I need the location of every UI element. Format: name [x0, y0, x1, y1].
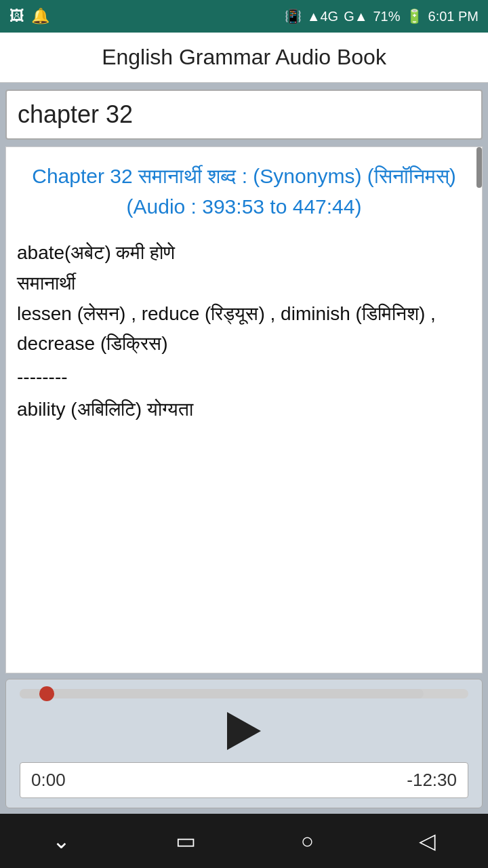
- entry-1-sub-text: समानार्थी: [17, 273, 75, 294]
- entry-1-text: abate(अबेट) कमी होणे: [17, 242, 175, 263]
- search-input[interactable]: [18, 100, 470, 129]
- entry-2: ability (अबिलिटि) योग्यता: [17, 395, 471, 425]
- vibrate-icon: 📳: [285, 8, 302, 24]
- time-bar: 0:00 -12:30: [20, 762, 468, 798]
- progress-bar-fill: [20, 689, 424, 698]
- current-time: 0:00: [31, 770, 66, 791]
- synonyms-1-text: lessen (लेसन) , reduce (रिड्यूस) , dimin…: [17, 303, 436, 355]
- notification-icon: 🔔: [31, 7, 49, 25]
- separator: --------: [17, 366, 471, 388]
- image-icon: 🖼: [9, 7, 24, 25]
- nav-chevron-down[interactable]: ⌄: [52, 828, 70, 854]
- audio-player: 0:00 -12:30: [5, 679, 483, 808]
- gsm-icon: G▲: [344, 9, 367, 24]
- signal-icon: ▲4G: [307, 9, 338, 24]
- app-bar: English Grammar Audio Book: [0, 33, 488, 83]
- entry-1-sub: समानार्थी: [17, 269, 471, 299]
- clock: 6:01 PM: [428, 9, 479, 24]
- chapter-heading: Chapter 32 समानार्थी शब्द : (Synonyms) (…: [17, 161, 471, 222]
- scrollbar[interactable]: [476, 147, 482, 188]
- progress-knob[interactable]: [39, 686, 54, 701]
- nav-home-button[interactable]: ○: [301, 829, 314, 854]
- status-left-icons: 🖼 🔔: [9, 7, 49, 25]
- progress-bar-container[interactable]: [20, 689, 468, 698]
- synonyms-1: lessen (लेसन) , reduce (रिड्यूस) , dimin…: [17, 299, 471, 360]
- play-button[interactable]: [227, 712, 261, 750]
- status-bar: 🖼 🔔 📳 ▲4G G▲ 71% 🔋 6:01 PM: [0, 0, 488, 33]
- content-area: Chapter 32 समानार्थी शब्द : (Synonyms) (…: [5, 146, 483, 673]
- bottom-nav: ⌄ ▭ ○ ◁: [0, 814, 488, 868]
- status-right-info: 📳 ▲4G G▲ 71% 🔋 6:01 PM: [285, 8, 479, 24]
- player-controls: [20, 709, 468, 753]
- app-title: English Grammar Audio Book: [102, 45, 386, 69]
- entry-2-text: ability (अबिलिटि) योग्यता: [17, 399, 193, 420]
- battery-level: 71%: [373, 9, 400, 24]
- nav-back-button[interactable]: ◁: [419, 828, 436, 854]
- nav-recents-button[interactable]: ▭: [176, 828, 196, 854]
- remaining-time: -12:30: [407, 770, 457, 791]
- entry-1: abate(अबेट) कमी होणे: [17, 238, 471, 269]
- battery-icon: 🔋: [406, 8, 423, 24]
- search-container: [5, 90, 483, 140]
